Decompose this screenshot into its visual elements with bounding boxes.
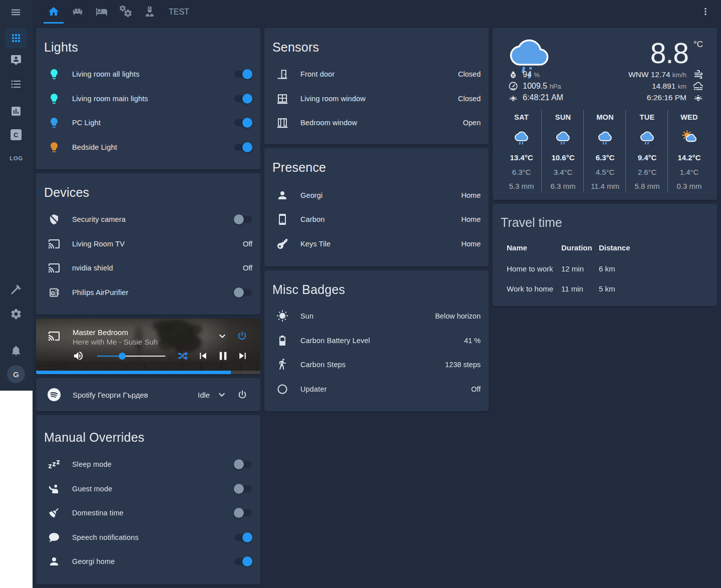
svg-text:C: C — [14, 131, 19, 139]
